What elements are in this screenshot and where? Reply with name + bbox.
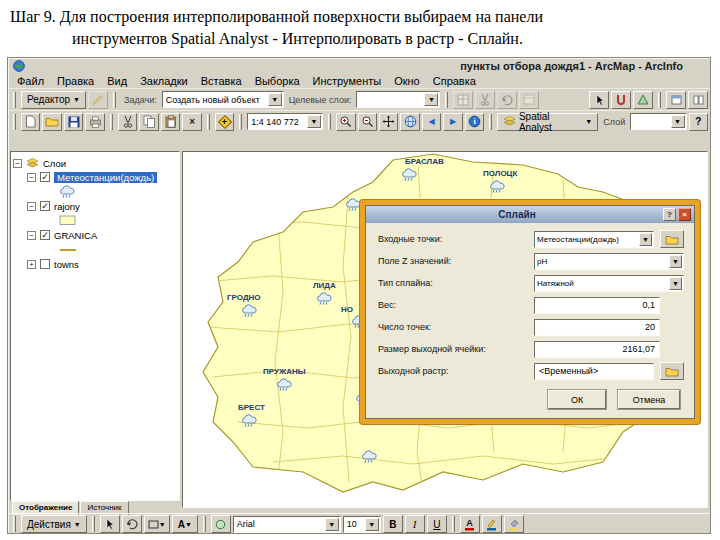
bold-button[interactable]: B — [383, 515, 403, 533]
font-color-button[interactable]: A — [460, 515, 480, 533]
chevron-down-icon[interactable]: ▼ — [639, 233, 652, 246]
editor-dropdown-button[interactable]: Редактор▼ — [21, 91, 86, 109]
browse-button[interactable] — [660, 362, 684, 380]
layer-row-granica[interactable]: − ✓ GRANICA — [13, 228, 177, 242]
zoom-out-button[interactable] — [358, 113, 377, 131]
back-extent-button[interactable]: ◀ — [422, 113, 441, 131]
toc-tree[interactable]: − Слои − ✓ Метеостанции(дождь) − ✓ rajon… — [10, 151, 180, 501]
tile-windows-icon[interactable] — [688, 91, 708, 109]
print-button[interactable] — [85, 113, 104, 131]
layer-checkbox-unchecked[interactable] — [40, 259, 50, 269]
collapse-icon[interactable]: − — [27, 173, 36, 182]
layer-row-meteostations[interactable]: − ✓ Метеостанции(дождь) — [13, 170, 177, 184]
drawing-dropdown-button[interactable]: Действия▼ — [21, 515, 87, 533]
split-tool-icon[interactable] — [475, 91, 495, 109]
font-size-combo[interactable]: 10 ▼ — [343, 516, 381, 533]
toolbar-grip[interactable] — [92, 516, 95, 532]
z-field-combo[interactable]: pH ▼ — [534, 253, 684, 270]
cut-button[interactable] — [118, 113, 137, 131]
toolbar-grip[interactable] — [328, 114, 331, 130]
delete-button[interactable]: × — [182, 113, 201, 131]
italic-button[interactable]: I — [405, 515, 425, 533]
collapse-icon[interactable]: − — [13, 159, 22, 168]
menu-selection[interactable]: Выборка — [255, 75, 300, 87]
select-elements-icon[interactable] — [589, 91, 609, 109]
chevron-down-icon[interactable]: ▼ — [424, 93, 438, 106]
menu-tools[interactable]: Инструменты — [313, 75, 382, 87]
chevron-down-icon[interactable]: ▼ — [307, 115, 321, 128]
menu-view[interactable]: Вид — [107, 75, 127, 87]
spline-type-combo[interactable]: Натяжной ▼ — [534, 275, 684, 292]
toolbar-grip[interactable] — [489, 114, 492, 130]
chevron-down-icon[interactable]: ▼ — [669, 255, 682, 268]
circle-tool-button[interactable] — [211, 515, 231, 533]
layer-checkbox-checked[interactable]: ✓ — [40, 172, 50, 182]
weight-input[interactable]: 0,1 — [534, 297, 660, 314]
rotate-tool-icon[interactable] — [497, 91, 517, 109]
menu-bookmarks[interactable]: Закладки — [140, 75, 188, 87]
menu-file[interactable]: Файл — [17, 75, 44, 87]
toolbar-grip[interactable] — [239, 114, 242, 130]
underline-button[interactable]: U — [427, 515, 447, 533]
scale-combo[interactable]: 1:4 140 772 ▼ — [247, 113, 323, 130]
target-layer-combo[interactable]: ▼ — [356, 91, 440, 108]
layer-label[interactable]: rajony — [54, 201, 80, 212]
attributes-table-icon[interactable] — [519, 91, 539, 109]
text-tool-button[interactable]: A▼ — [172, 515, 198, 533]
new-map-button[interactable] — [21, 113, 40, 131]
toolbar-grip[interactable] — [207, 114, 210, 130]
toolbar-grip[interactable] — [13, 92, 16, 108]
toolbar-grip[interactable] — [110, 114, 113, 130]
chevron-down-icon[interactable]: ▼ — [671, 115, 685, 128]
toolbar-grip[interactable] — [113, 92, 116, 108]
ok-button[interactable]: ОК — [548, 390, 606, 409]
window-titlebar[interactable]: пункты отбора дождя1 - ArcMap - ArcInfo — [8, 58, 710, 74]
output-raster-input[interactable]: <Временный> — [534, 363, 654, 380]
topology-icon[interactable] — [633, 91, 653, 109]
spatial-analyst-dropdown[interactable]: Spatial Analyst▼ — [497, 113, 598, 131]
menu-insert[interactable]: Вставка — [201, 75, 242, 87]
paste-button[interactable] — [161, 113, 180, 131]
toolbar-grip[interactable] — [452, 516, 455, 532]
rotate-graphics-button[interactable] — [122, 515, 142, 533]
layer-row-towns[interactable]: + towns — [13, 257, 177, 271]
menu-help[interactable]: Справка — [433, 75, 476, 87]
layer-checkbox-checked[interactable]: ✓ — [40, 230, 50, 240]
menu-edit[interactable]: Правка — [57, 75, 94, 87]
dialog-help-button[interactable]: ? — [663, 208, 676, 221]
toolbar-grip[interactable] — [445, 92, 448, 108]
font-combo[interactable]: Arial ▼ — [233, 516, 341, 533]
line-color-button[interactable] — [482, 515, 502, 533]
toolbar-grip[interactable] — [13, 516, 16, 532]
open-button[interactable] — [42, 113, 61, 131]
collapse-icon[interactable]: − — [27, 202, 36, 211]
dock-window-icon[interactable] — [666, 91, 686, 109]
full-extent-button[interactable] — [400, 113, 419, 131]
select-graphics-button[interactable] — [100, 515, 120, 533]
pan-button[interactable] — [379, 113, 398, 131]
chevron-down-icon[interactable]: ▼ — [325, 518, 339, 531]
snapping-icon[interactable] — [611, 91, 631, 109]
task-combo[interactable]: Создать новый объект ▼ — [162, 91, 284, 108]
chevron-down-icon[interactable]: ▼ — [365, 518, 379, 531]
identify-button[interactable]: i — [465, 113, 484, 131]
layer-checkbox-checked[interactable]: ✓ — [40, 201, 50, 211]
toolbar-grip[interactable] — [658, 92, 661, 108]
layer-combo[interactable]: ▼ — [630, 113, 686, 130]
collapse-icon[interactable]: − — [27, 231, 36, 240]
copy-button[interactable] — [139, 113, 158, 131]
browse-button[interactable] — [660, 230, 684, 248]
toc-root-row[interactable]: − Слои — [13, 156, 177, 170]
chevron-down-icon[interactable]: ▼ — [268, 93, 282, 106]
sketch-properties-icon[interactable] — [453, 91, 473, 109]
edit-sketch-tool-icon[interactable] — [88, 91, 108, 109]
layer-symbol-row[interactable] — [13, 184, 177, 199]
menu-window[interactable]: Окно — [394, 75, 420, 87]
cancel-button[interactable]: Отмена — [618, 390, 680, 409]
output-cell-size-input[interactable]: 2161,07 — [534, 341, 660, 358]
shape-tool-button[interactable]: ▼ — [144, 515, 170, 533]
layer-symbol-row[interactable] — [13, 242, 177, 257]
layer-label[interactable]: towns — [54, 259, 79, 270]
dialog-titlebar[interactable]: Сплайн ? × — [366, 206, 694, 223]
layer-label[interactable]: GRANICA — [54, 230, 97, 241]
